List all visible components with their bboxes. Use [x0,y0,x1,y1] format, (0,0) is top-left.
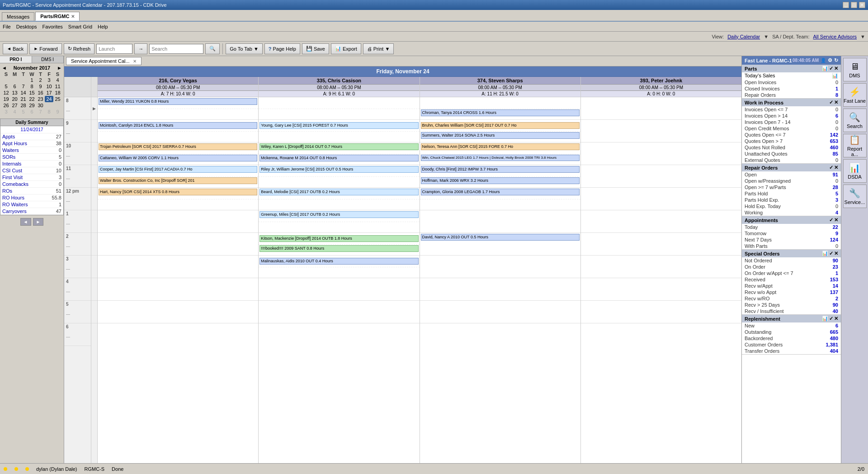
appt-block[interactable]: Malinauskas, Aidis 2010 OUT 0.4 Hours [259,258,418,265]
cal-day-6[interactable]: 6 [10,83,19,90]
search-input[interactable] [149,44,203,54]
fl-section-replen-header[interactable]: Replenishment 📊 ✓ ✕ [742,315,841,322]
summary-row-csi-cust[interactable]: CSI Cust10 [0,167,63,174]
appt-block[interactable]: Walter Bros. Construction Co, Inc [Dropo… [99,177,257,184]
menu-smart-grid[interactable]: Smart Grid [68,24,92,29]
report-icon-btn[interactable]: 📋 Report a... [843,134,867,157]
summary-row-comebacks[interactable]: Comebacks0 [0,181,63,188]
cal-day-5[interactable]: 5 [2,83,10,90]
dms-tab[interactable]: DMS I [32,56,64,63]
minimize-button[interactable]: _ [843,2,849,8]
forward-button[interactable]: ► Forward [29,43,61,54]
summary-row-ro-waiters[interactable]: RO Waiters1 [0,201,63,208]
fast-lane-icon-btn[interactable]: ⚡ Fast Lane [843,83,867,107]
appt-block[interactable]: Hart, Nancy [SOR CSI] 2014 XTS 0.8 Hours [99,189,257,195]
appt-block[interactable]: Miller, Wendy 2011 YUKON 0.8 Hours [99,98,257,105]
cal-day-22[interactable]: 22 [28,96,36,102]
cal-day-2[interactable]: 2 [36,77,45,83]
appt-block[interactable]: Mckenna, Roxane M 2014 OUT 0.8 Hours [259,155,418,161]
appt-block[interactable]: Trojan Petroleum [SOR CSI] 2017 SIERRA 0… [99,143,257,150]
cal-day-d5[interactable]: 5 [19,109,28,115]
cal-day-21[interactable]: 21 [19,96,28,102]
refresh-button[interactable]: ↻ Refresh [64,43,95,54]
fast-lane-settings-icon[interactable]: ⚙ [828,57,832,63]
summary-row-first-visit[interactable]: First Visit3 [0,174,63,181]
fl-ro-close-icon[interactable]: ✕ [834,165,838,171]
cal-day-16[interactable]: 16 [36,90,45,96]
appt-block[interactable]: Hoffman, Mark 2006 WRX 3.2 Hours [421,177,580,184]
summary-row-carryovers[interactable]: Carryovers47 [0,208,63,215]
fl-section-ro-header[interactable]: Repair Orders ✓ ✕ [742,164,841,171]
appt-block[interactable]: Young, Gary Lee [CSI] 2015 FOREST 0.7 Ho… [259,122,418,129]
appt-block[interactable]: David, Nancy A 2010 OUT 0.5 Hours [421,234,580,241]
sa-value[interactable]: All Service Advisors [813,34,857,39]
cal-day-20[interactable]: 20 [10,96,19,102]
fl-so-check-icon[interactable]: ✓ [829,251,833,256]
summary-row-waiters[interactable]: Waiters0 [0,147,63,154]
menu-file[interactable]: File [3,24,11,29]
appt-block[interactable]: Win, Chuck Chaiwat 2015 LEG 1.7 Hours | … [421,155,580,161]
fl-replen-chart-icon[interactable]: 📊 [822,316,828,322]
scroll-left-button[interactable]: ◄ [20,218,31,226]
cal-day-4[interactable]: 4 [53,77,62,83]
cal-day-23[interactable]: 23 [36,96,45,102]
fl-parts-chart-icon[interactable]: 📊 [822,66,828,71]
fl-so-close-icon[interactable]: ✕ [834,251,838,256]
fl-section-so-header[interactable]: Special Orders 📊 ✓ ✕ [742,250,841,257]
menu-favorites[interactable]: Favorites [42,24,63,29]
save-button[interactable]: 💾 Save [302,43,329,54]
fl-section-wip-header[interactable]: Work in Process ✓ ✕ [742,99,841,106]
summary-row-sors[interactable]: SORs5 [0,154,63,161]
search-button[interactable]: 🔍 [205,43,220,54]
sa-dropdown-icon[interactable]: ▼ [860,34,865,39]
tab-parts-rgmc-close[interactable]: ✕ [71,14,75,19]
appt-block[interactable]: Doody, Chris [First] 2012 IMPW 3.7 Hours [421,166,580,173]
dms-icon-btn[interactable]: 🖥 DMS [843,58,867,81]
fl-so-chart-icon[interactable]: 📊 [822,251,828,256]
cal-day-18[interactable]: 18 [53,90,62,96]
cal-day-12[interactable]: 12 [2,90,10,96]
appt-block[interactable]: Chroman, Tanya 2014 CROSS 1.6 Hours [421,109,580,116]
appt-block[interactable]: Cooper, Jay Martin [CSI First] 2017 ACAD… [99,166,257,173]
cal-day-8[interactable]: 8 [28,83,36,90]
summary-row-ro-hours[interactable]: RO Hours55.8 [0,194,63,201]
title-controls[interactable]: _ □ ✕ [843,2,865,8]
appt-block[interactable]: Cattaneo, William W 2005 CORV 1.1 Hours [99,155,257,161]
appt-block[interactable]: !!!!booked!!!! 2009 SANT 0.8 Hours [259,245,418,252]
cal-day-30[interactable]: 30 [36,102,45,109]
scroll-right-button[interactable]: ► [33,218,44,226]
cal-day-24[interactable]: 24 [45,96,53,102]
tab-messages[interactable]: Messages [2,12,34,21]
dsda-icon-btn[interactable]: 📊 DSDA [843,159,867,183]
appt-block[interactable]: Crampton, Gloria 2008 LEGAOB 1.7 Hours [421,189,580,195]
summary-row-appts[interactable]: Appts27 [0,133,63,140]
fl-replen-close-icon[interactable]: ✕ [834,316,838,322]
fl-replen-check-icon[interactable]: ✓ [829,316,833,322]
export-button[interactable]: 📊 Export [331,43,361,54]
cal-day-26[interactable]: 26 [2,102,10,109]
fl-appts-check-icon[interactable]: ✓ [829,217,833,223]
fl-parts-check-icon[interactable]: ✓ [829,66,833,71]
appt-block[interactable]: Summers, Walter 2014 SONA 2.5 Hours [421,132,580,139]
appt-block[interactable]: Mcintosh, Carolyn 2014 ENCL 1.8 Hours [99,122,257,129]
appt-block[interactable]: Greenup, Miles [CSI] 2017 OUTB 0.2 Hours [259,211,418,218]
menu-desktops[interactable]: Desktops [16,24,37,29]
cal-day-d4[interactable]: 4 [10,109,19,115]
fl-closed-invoices-value[interactable]: 1 [835,86,838,91]
fl-ro-check-icon[interactable]: ✓ [829,165,833,171]
cal-day-d7[interactable]: 7 [36,109,45,115]
summary-row-internals[interactable]: Internals0 [0,161,63,167]
tab-parts-rgmc[interactable]: Parts/RGMC ✕ [35,12,80,21]
cal-day-3[interactable]: 3 [45,77,53,83]
fl-appts-close-icon[interactable]: ✕ [834,217,838,223]
pro-tab[interactable]: PRO I [0,56,32,63]
appt-block[interactable]: Nelson, Teresa Ann [SOR CSI] 2015 FORE 0… [421,143,580,150]
fl-parts-close-icon[interactable]: ✕ [834,66,838,71]
cal-day-7[interactable]: 7 [19,83,28,90]
fl-section-appts-header[interactable]: Appointments ✓ ✕ [742,216,841,224]
close-button[interactable]: ✕ [859,2,865,8]
cal-day-14[interactable]: 14 [19,90,28,96]
cal-day-9[interactable]: 9 [36,83,45,90]
cal-day-17[interactable]: 17 [45,90,53,96]
service-icon-btn[interactable]: 🔧 Service... [843,185,867,208]
